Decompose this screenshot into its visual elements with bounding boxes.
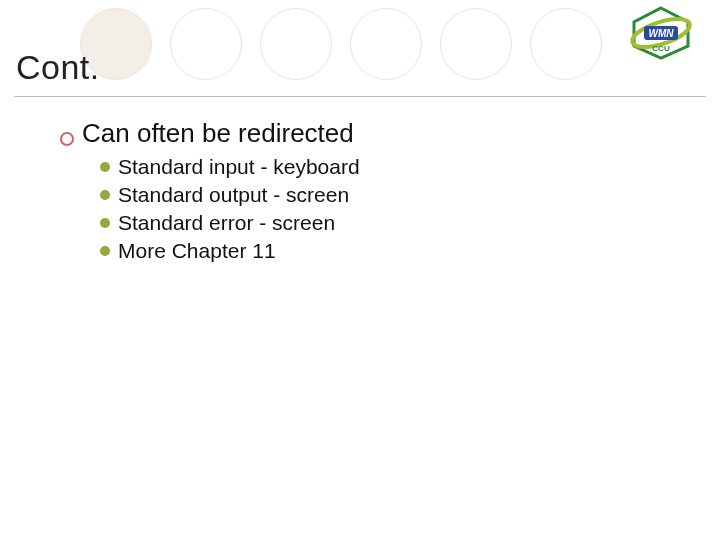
list-item: Standard input - keyboard — [100, 155, 360, 179]
slide-content: Can often be redirected Standard input -… — [60, 118, 360, 267]
wmn-logo: WMN CCU — [622, 6, 700, 60]
top-level-bullet: Can often be redirected — [60, 118, 360, 149]
filled-circle-bullet-icon — [100, 246, 110, 256]
title-divider — [14, 96, 706, 97]
logo-bottom-text: CCU — [652, 44, 670, 53]
filled-circle-bullet-icon — [100, 218, 110, 228]
decorative-circle — [440, 8, 512, 80]
filled-circle-bullet-icon — [100, 162, 110, 172]
slide-title: Cont. — [16, 48, 100, 87]
sub-bullet-list: Standard input - keyboard Standard outpu… — [100, 155, 360, 263]
list-item: Standard output - screen — [100, 183, 360, 207]
hollow-circle-bullet-icon — [60, 132, 74, 146]
sub-item-text: Standard input - keyboard — [118, 155, 360, 179]
decorative-circles-row — [80, 8, 602, 80]
filled-circle-bullet-icon — [100, 190, 110, 200]
decorative-circle — [350, 8, 422, 80]
list-item: Standard error - screen — [100, 211, 360, 235]
logo-top-text: WMN — [649, 28, 675, 39]
decorative-circle — [260, 8, 332, 80]
list-item: More Chapter 11 — [100, 239, 360, 263]
decorative-circle — [170, 8, 242, 80]
decorative-circle — [530, 8, 602, 80]
sub-item-text: Standard error - screen — [118, 211, 335, 235]
sub-item-text: Standard output - screen — [118, 183, 349, 207]
top-bullet-text: Can often be redirected — [82, 118, 354, 149]
sub-item-text: More Chapter 11 — [118, 239, 276, 263]
